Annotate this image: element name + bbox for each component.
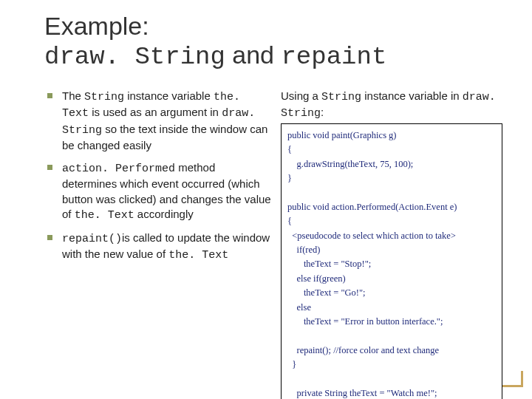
bullet-text: instance variable: [124, 89, 214, 102]
code-line: private String theText = "Watch me!";: [287, 388, 437, 398]
title-mono-1: draw. String: [44, 43, 225, 71]
code-line: else if(green): [287, 273, 346, 284]
code-line: {: [287, 144, 292, 154]
right-intro: Using a String instance variable in draw…: [281, 89, 502, 120]
code-line: }: [287, 359, 296, 369]
slide-title: Example: draw. String and repaint: [44, 12, 502, 71]
bullet-mono: the. Text: [75, 209, 134, 222]
code-line: repaint(); //force color and text change: [287, 345, 439, 355]
code-line: }: [287, 173, 292, 183]
code-line: if(red): [287, 245, 320, 255]
intro-text: instance variable in: [361, 89, 463, 102]
bullet-mono: action. Performed: [62, 163, 175, 175]
title-mono-2: repaint: [281, 43, 386, 71]
left-column: The String instance variable the. Text i…: [44, 89, 272, 399]
bullet-item: The String instance variable the. Text i…: [44, 89, 272, 153]
code-line: <pseudocode to select which action to ta…: [287, 231, 456, 241]
bullet-mono: String: [84, 91, 124, 103]
body-columns: The String instance variable the. Text i…: [44, 89, 502, 399]
code-line: theText = "Error in button interface.";: [287, 316, 443, 327]
title-line-2: draw. String and repaint: [44, 41, 502, 71]
corner-accent-icon: [502, 371, 523, 387]
code-box: public void paint(Graphics g) { g.drawSt…: [281, 123, 502, 399]
bullet-mono: repaint(): [62, 233, 122, 245]
code-line: public void paint(Graphics g): [287, 130, 397, 140]
bullet-list: The String instance variable the. Text i…: [44, 89, 272, 264]
title-mid: and: [225, 41, 282, 69]
code-line: else: [287, 302, 311, 313]
code-line: {: [287, 216, 292, 226]
intro-mono: String: [321, 91, 361, 103]
intro-text: :: [321, 106, 324, 118]
bullet-text: is used as an argument in: [89, 106, 222, 118]
bullet-mono: the. Text: [168, 249, 228, 262]
bullet-item: action. Performed method determines whic…: [44, 160, 272, 223]
intro-text: Using a: [281, 89, 321, 102]
bullet-item: repaint()is called to update the window …: [44, 231, 272, 264]
code-line: theText = "Stop!";: [287, 259, 371, 269]
code-line: theText = "Go!";: [287, 287, 366, 298]
slide: Example: draw. String and repaint The St…: [0, 0, 532, 399]
code-line: public void action.Performed(Action.Even…: [287, 202, 457, 212]
bullet-text: accordingly: [134, 208, 194, 220]
bullet-text: The: [62, 89, 84, 102]
code-line: g.drawString(theText, 75, 100);: [287, 159, 413, 169]
right-column: Using a String instance variable in draw…: [281, 89, 502, 399]
title-line-1: Example:: [44, 12, 502, 41]
